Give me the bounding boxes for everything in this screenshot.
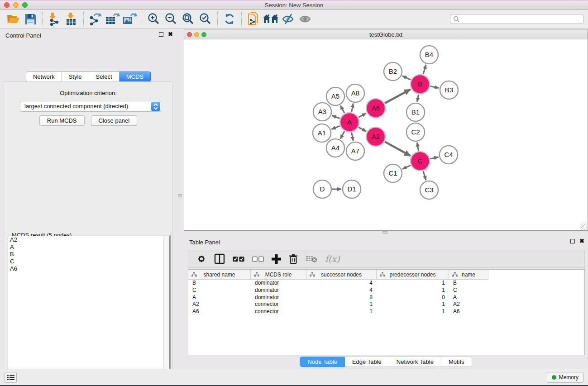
column-header-successor-nodes[interactable]: successor nodes: [306, 270, 377, 280]
table-tab-node-table[interactable]: Node Table: [300, 357, 345, 367]
graph-node-A7[interactable]: A7: [346, 142, 364, 160]
graph-node-B1[interactable]: B1: [406, 103, 425, 121]
cell-shared-name[interactable]: C: [188, 287, 251, 294]
table-tab-motifs[interactable]: Motifs: [441, 357, 472, 367]
hide-graphics-details-icon[interactable]: [279, 11, 296, 27]
export-table-icon[interactable]: [104, 11, 121, 27]
delete-table-icon[interactable]: [306, 255, 317, 263]
optimization-criterion-select[interactable]: largest connected component (directed): [20, 101, 161, 112]
graph-node-A[interactable]: A: [340, 113, 359, 132]
export-network-icon[interactable]: [87, 11, 104, 27]
cell-successor-nodes[interactable]: 4: [306, 287, 377, 294]
search-input[interactable]: [450, 14, 584, 24]
table-row[interactable]: Bdominator41B: [188, 280, 584, 287]
graph-node-D1[interactable]: D1: [343, 180, 361, 198]
cell-successor-nodes[interactable]: 1: [306, 308, 377, 315]
table-row[interactable]: A2connector11A2: [188, 301, 584, 308]
graph-node-B[interactable]: B: [411, 75, 430, 94]
column-header-MCDS-role[interactable]: MCDS role: [251, 270, 306, 280]
column-header-predecessor-nodes[interactable]: predecessor nodes: [377, 270, 449, 280]
zoom-selected-icon[interactable]: [197, 11, 214, 27]
graph-node-C1[interactable]: C1: [384, 164, 402, 182]
import-table-icon[interactable]: [63, 11, 80, 27]
save-session-icon[interactable]: [22, 11, 39, 27]
edge-B-B4[interactable]: [423, 65, 426, 74]
cell-name[interactable]: A: [449, 294, 488, 301]
graph-node-A2[interactable]: A2: [366, 127, 385, 146]
node-table[interactable]: shared nameMCDS rolesuccessor nodesprede…: [188, 269, 585, 355]
edge-C-C3[interactable]: [423, 171, 426, 180]
edge-C-C2[interactable]: [417, 143, 419, 151]
edge-A2-C[interactable]: [385, 142, 411, 156]
graph-node-C4[interactable]: C4: [440, 146, 458, 164]
edge-A-A6[interactable]: [359, 113, 366, 117]
edge-A-A1[interactable]: [331, 126, 339, 129]
float-panel-icon[interactable]: [159, 32, 163, 37]
control-panel-tab-mcds[interactable]: MCDS: [120, 71, 151, 82]
table-settings-gear-icon[interactable]: [196, 254, 206, 264]
cell-MCDS-role[interactable]: connector: [251, 301, 306, 308]
graph-node-C3[interactable]: C3: [420, 181, 438, 199]
edge-A-A3[interactable]: [332, 115, 339, 119]
export-image-icon[interactable]: [121, 11, 139, 27]
zoom-in-icon[interactable]: [145, 11, 163, 27]
cell-MCDS-role[interactable]: dominator: [251, 280, 306, 287]
column-header-shared-name[interactable]: shared name: [188, 270, 251, 280]
cell-successor-nodes[interactable]: 1: [306, 301, 377, 308]
float-table-panel-icon[interactable]: [570, 239, 575, 243]
table-row[interactable]: Adominator80A: [188, 294, 584, 301]
close-table-panel-icon[interactable]: ✖: [579, 239, 584, 243]
graph-node-C2[interactable]: C2: [406, 123, 425, 141]
memory-button[interactable]: Memory: [547, 372, 583, 383]
graph-node-B3[interactable]: B3: [440, 81, 458, 99]
select-all-rows-icon[interactable]: [233, 256, 244, 262]
horizontal-splitter-handle[interactable]: [382, 231, 387, 234]
import-network-icon[interactable]: [46, 11, 63, 27]
control-panel-tab-style[interactable]: Style: [62, 71, 89, 82]
graph-node-D[interactable]: D: [313, 180, 331, 198]
cell-predecessor-nodes[interactable]: 1: [377, 280, 449, 287]
graph-node-B2[interactable]: B2: [384, 62, 402, 81]
home-pair-icon[interactable]: [262, 11, 279, 27]
add-column-icon[interactable]: [272, 254, 281, 264]
open-file-icon[interactable]: [5, 11, 22, 27]
graph-node-A8[interactable]: A8: [346, 84, 364, 102]
graph-node-A6[interactable]: A6: [366, 99, 385, 118]
mcds-result-list[interactable]: A2ABCA6: [8, 236, 170, 386]
cell-predecessor-nodes[interactable]: 1: [377, 308, 449, 315]
mcds-result-item[interactable]: B: [8, 251, 169, 258]
close-panel-icon[interactable]: ✖: [168, 32, 173, 37]
cell-shared-name[interactable]: A6: [188, 308, 251, 315]
cell-MCDS-role[interactable]: dominator: [251, 287, 306, 294]
graph-node-A3[interactable]: A3: [313, 103, 331, 121]
mcds-result-item[interactable]: A6: [8, 265, 169, 272]
column-visibility-icon[interactable]: [214, 253, 225, 264]
delete-column-icon[interactable]: [289, 254, 298, 264]
close-panel-button[interactable]: Close panel: [91, 115, 138, 126]
new-network-icon[interactable]: [245, 11, 262, 27]
cell-shared-name[interactable]: A: [188, 294, 251, 301]
function-builder-icon[interactable]: f(x): [325, 254, 340, 264]
cell-successor-nodes[interactable]: 8: [306, 294, 377, 301]
cell-name[interactable]: C: [449, 287, 488, 294]
show-graphics-details-icon[interactable]: [296, 11, 314, 27]
refresh-icon[interactable]: [221, 11, 238, 27]
network-window-titlebar[interactable]: testGlobe.txt: [184, 29, 588, 39]
result-list-scrollbar[interactable]: [163, 236, 169, 386]
edge-B-B3[interactable]: [430, 86, 439, 88]
zoom-out-icon[interactable]: [163, 11, 180, 27]
network-canvas[interactable]: B4B2BB3A8A5A6A3B1AC2A1A2A4A7C4CC1DD1C3: [184, 39, 588, 231]
mcds-result-item[interactable]: C: [8, 258, 169, 265]
run-mcds-button[interactable]: Run MCDS: [39, 115, 85, 126]
cell-MCDS-role[interactable]: dominator: [251, 294, 306, 301]
cell-name[interactable]: B: [449, 280, 488, 287]
edge-A-A8[interactable]: [352, 104, 354, 112]
zoom-fit-icon[interactable]: [180, 11, 197, 27]
graph-node-A4[interactable]: A4: [326, 139, 344, 157]
table-tab-edge-table[interactable]: Edge Table: [345, 357, 389, 367]
edge-A-A7[interactable]: [352, 133, 354, 141]
edge-B-B1[interactable]: [417, 95, 419, 102]
column-header-name[interactable]: name: [449, 270, 488, 280]
cell-name[interactable]: A6: [449, 308, 488, 315]
graph-node-B4[interactable]: B4: [420, 46, 438, 64]
